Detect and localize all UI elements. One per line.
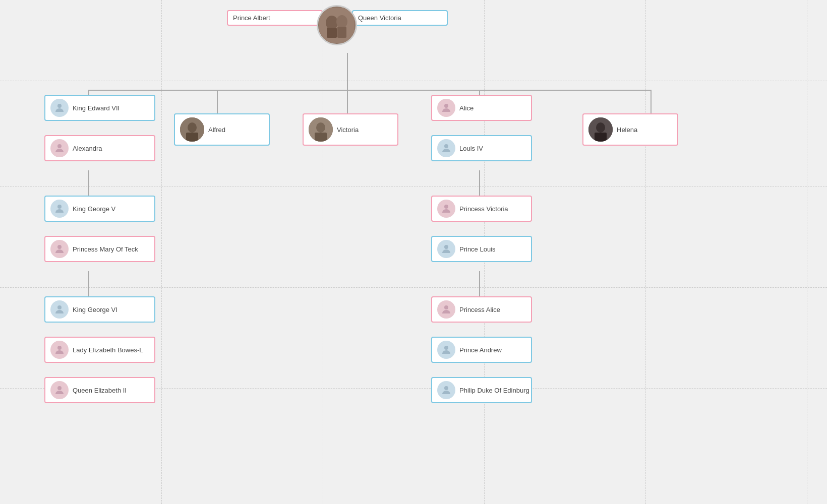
name-princess-mary: Princess Mary Of Teck (73, 245, 138, 253)
card-princess-mary[interactable]: Princess Mary Of Teck (44, 236, 155, 262)
svg-point-5 (57, 104, 62, 108)
svg-point-20 (444, 205, 448, 209)
conn-edward-down (88, 170, 89, 197)
svg-point-27 (444, 386, 448, 390)
card-helena[interactable]: Helena (582, 113, 678, 146)
name-princess-alice: Princess Alice (459, 306, 500, 313)
name-alexandra: Alexandra (73, 145, 102, 152)
svg-point-6 (57, 144, 62, 148)
avatar-king-george-vi (50, 300, 69, 319)
avatar-helena (588, 117, 613, 142)
name-queen-victoria: Queen Victoria (358, 14, 401, 22)
name-king-edward-vii: King Edward VII (73, 104, 120, 112)
grid-line-v5 (807, 0, 807, 504)
avatar-princess-mary (50, 240, 69, 258)
card-princess-alice[interactable]: Princess Alice (431, 296, 532, 323)
conn-to-helena (651, 90, 652, 115)
svg-rect-9 (186, 133, 198, 142)
svg-point-1 (326, 16, 338, 30)
svg-point-8 (188, 122, 197, 133)
avatar-prince-andrew (437, 341, 455, 359)
name-king-george-vi: King George VI (73, 306, 117, 313)
card-queen-victoria[interactable]: Queen Victoria (352, 10, 448, 26)
grid-line-v1 (161, 0, 162, 504)
avatar-king-edward (50, 99, 69, 117)
avatar-lady-elizabeth (50, 341, 69, 359)
grid-line-h2 (0, 186, 827, 187)
avatar-princess-victoria (437, 200, 455, 218)
card-queen-elizabeth-ii[interactable]: Queen Elizabeth II (44, 377, 155, 403)
svg-point-11 (316, 122, 325, 133)
name-prince-louis: Prince Louis (459, 245, 496, 253)
svg-rect-17 (595, 133, 607, 142)
svg-point-13 (444, 104, 448, 108)
conn-alice-down (479, 170, 480, 197)
svg-point-14 (444, 144, 448, 148)
card-lady-elizabeth[interactable]: Lady Elizabeth Bowes-L (44, 337, 155, 363)
svg-point-21 (444, 245, 448, 249)
svg-rect-4 (337, 27, 346, 38)
couple-photo-img (319, 8, 355, 43)
avatar-alexandra (50, 139, 69, 157)
card-alexandra[interactable]: Alexandra (44, 135, 155, 161)
conn-victoria-louis-down (479, 271, 480, 297)
name-queen-elizabeth-ii: Queen Elizabeth II (73, 387, 127, 394)
conn-to-alfred (217, 90, 218, 115)
name-prince-andrew: Prince Andrew (459, 346, 502, 354)
avatar-queen-elizabeth-ii (50, 381, 69, 399)
card-king-george-v[interactable]: King George V (44, 196, 155, 222)
svg-point-22 (57, 305, 62, 309)
svg-point-24 (57, 386, 62, 390)
name-lady-elizabeth: Lady Elizabeth Bowes-L (73, 346, 143, 354)
avatar-philip-duke (437, 381, 455, 399)
conn-gen1-h (88, 90, 651, 91)
svg-point-23 (57, 346, 62, 350)
name-alfred: Alfred (208, 126, 225, 134)
svg-point-16 (596, 122, 605, 133)
svg-point-2 (336, 15, 347, 28)
name-louis-iv: Louis IV (459, 145, 483, 152)
svg-point-26 (444, 346, 448, 350)
avatar-victoria-child (309, 117, 333, 142)
name-alice: Alice (459, 104, 474, 112)
conn-georgev-down (88, 271, 89, 297)
couple-photo (317, 5, 357, 45)
name-princess-victoria: Princess Victoria (459, 205, 508, 213)
card-alfred[interactable]: Alfred (174, 113, 270, 146)
name-helena: Helena (617, 126, 637, 134)
name-victoria-child: Victoria (337, 126, 359, 134)
card-prince-andrew[interactable]: Prince Andrew (431, 337, 532, 363)
card-philip-duke[interactable]: Philip Duke Of Edinburg (431, 377, 532, 403)
card-king-george-vi[interactable]: King George VI (44, 296, 155, 323)
card-princess-victoria[interactable]: Princess Victoria (431, 196, 532, 222)
card-prince-louis[interactable]: Prince Louis (431, 236, 532, 262)
avatar-prince-louis (437, 240, 455, 258)
conn-to-victoria (347, 90, 348, 115)
name-king-george-v: King George V (73, 205, 115, 213)
grid-line-h1 (0, 81, 827, 81)
name-prince-albert: Prince Albert (233, 14, 270, 22)
avatar-alice (437, 99, 455, 117)
svg-point-25 (444, 305, 448, 309)
family-tree: Prince Albert Queen Victoria King Edward… (0, 0, 827, 504)
card-alice[interactable]: Alice (431, 95, 532, 121)
name-philip-duke: Philip Duke Of Edinburg (459, 387, 529, 394)
avatar-louis-iv (437, 139, 455, 157)
conn-root-down (347, 53, 348, 91)
avatar-king-george-v (50, 200, 69, 218)
card-victoria-child[interactable]: Victoria (303, 113, 398, 146)
svg-point-18 (57, 205, 62, 209)
avatar-princess-alice (437, 300, 455, 319)
grid-line-v2 (323, 0, 323, 504)
avatar-alfred (180, 117, 204, 142)
grid-line-h3 (0, 287, 827, 288)
svg-rect-3 (327, 28, 337, 38)
svg-point-19 (57, 245, 62, 249)
svg-rect-12 (315, 133, 327, 142)
card-prince-albert[interactable]: Prince Albert (227, 10, 323, 26)
grid-line-v4 (645, 0, 646, 504)
card-louis-iv[interactable]: Louis IV (431, 135, 532, 161)
card-king-edward-vii[interactable]: King Edward VII (44, 95, 155, 121)
